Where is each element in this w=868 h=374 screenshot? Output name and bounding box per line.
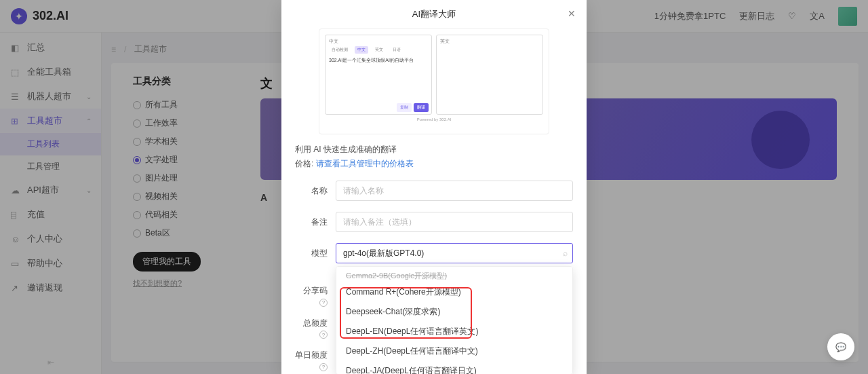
remark-input[interactable] [336,212,573,232]
name-input[interactable] [336,181,573,201]
preview-left-pane: 中文 自动检测 中文 英文 日语 302.AI是一个汇集全球顶级AI的自助平台 … [325,35,432,115]
preview-translate-btn: 翻译 [414,103,429,112]
preview-tabs: 自动检测 中文 英文 日语 [329,45,428,56]
tool-description: 利用 AI 快速生成准确的翻译 [295,144,573,155]
share-label: 分享码? [295,285,336,307]
form-row-name: 名称 [295,181,573,201]
help-icon[interactable]: ? [319,299,328,307]
preview-tab: 日语 [390,46,403,54]
name-label: 名称 [295,185,336,197]
help-icon[interactable]: ? [319,363,328,371]
dropdown-item[interactable]: Gemma2-9B(Google开源模型) [336,269,572,282]
preview-tab: 自动检测 [329,46,351,54]
dropdown-item-deepl-en[interactable]: DeepL-EN(DeepL任何语言翻译英文) [336,322,572,341]
chat-icon: 💬 [835,342,846,352]
dropdown-item[interactable]: Deepseek-Chat(深度求索) [336,302,572,322]
preview-lang-label: 中文 [329,38,428,45]
dropdown-item[interactable]: Command R+(Cohere开源模型) [336,282,572,302]
create-tool-modal: AI翻译大师 ✕ 中文 自动检测 中文 英文 日语 302.AI是一个汇集全球顶… [281,0,587,374]
preview-text: 302.AI是一个汇集全球顶级AI的自助平台 [329,57,428,64]
preview-tab: 英文 [372,46,386,54]
model-dropdown: Gemma2-9B(Google开源模型) Command R+(Cohere开… [336,266,573,374]
price-link[interactable]: 请查看工具管理中的价格表 [316,159,414,168]
model-select[interactable] [336,243,573,263]
total-label: 总额度? [295,318,336,339]
modal-title: AI翻译大师 [412,8,456,20]
tool-preview: 中文 自动检测 中文 英文 日语 302.AI是一个汇集全球顶级AI的自助平台 … [319,29,549,134]
preview-lang-label: 英文 [440,38,539,45]
preview-tab: 中文 [355,46,368,54]
dropdown-item-deepl-ja[interactable]: DeepL-JA(DeepL任何语言翻译日文) [336,361,572,374]
remark-label: 备注 [295,217,336,228]
preview-copy-btn: 复制 [397,103,412,112]
form-row-remark: 备注 [295,212,573,232]
price-label: 价格: [295,159,316,168]
modal-body: 中文 自动检测 中文 英文 日语 302.AI是一个汇集全球顶级AI的自助平台 … [281,29,587,374]
preview-right-pane: 英文 [436,35,543,115]
search-icon[interactable]: ⌕ [563,248,568,258]
help-icon[interactable]: ? [319,331,328,339]
dropdown-item-deepl-zh[interactable]: DeepL-ZH(DeepL任何语言翻译中文) [336,341,572,361]
close-icon[interactable]: ✕ [568,8,576,19]
chat-fab[interactable]: 💬 [827,333,854,360]
preview-footer: Powered by 302.AI [325,117,543,121]
model-label: 模型 [295,248,336,259]
tool-price-line: 价格: 请查看工具管理中的价格表 [295,158,573,170]
modal-header: AI翻译大师 ✕ [281,0,587,29]
form-row-model: 模型 ⌕ Gemma2-9B(Google开源模型) Command R+(Co… [295,243,573,263]
daily-label: 单日额度? [295,350,336,371]
